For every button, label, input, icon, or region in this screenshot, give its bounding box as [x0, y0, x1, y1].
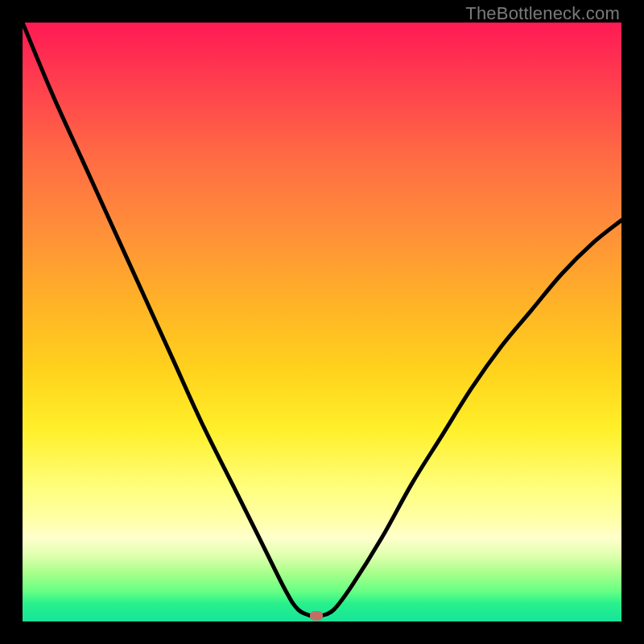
chart-frame: TheBottleneck.com: [0, 0, 644, 644]
watermark-text: TheBottleneck.com: [465, 3, 620, 24]
plot-area: [23, 23, 621, 621]
bottleneck-curve: [23, 23, 621, 621]
minimum-marker: [310, 611, 323, 621]
